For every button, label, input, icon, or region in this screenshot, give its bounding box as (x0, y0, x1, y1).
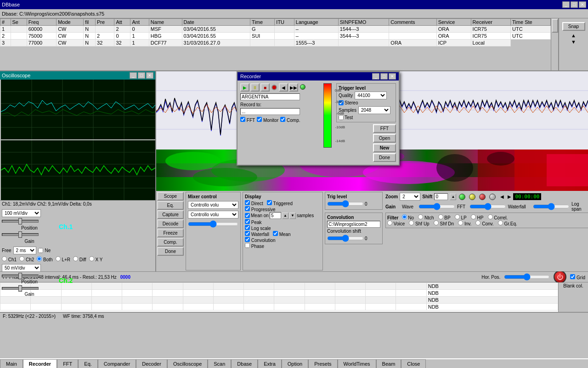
tab-extra[interactable]: Extra (258, 359, 282, 368)
filter-greq-radio[interactable] (498, 220, 503, 225)
phase-label[interactable]: Phase (245, 243, 321, 249)
fft-button[interactable]: FFT (373, 124, 396, 133)
shift-input[interactable] (434, 193, 448, 200)
fft-gain-slider[interactable] (469, 203, 506, 210)
filter-inv-radio[interactable] (458, 220, 463, 225)
decode-btn[interactable]: Decode (157, 219, 184, 228)
conv-path-input[interactable] (327, 221, 380, 228)
comp-checkbox[interactable] (280, 117, 285, 122)
wave-gain-slider[interactable] (418, 203, 455, 210)
mean-down-btn[interactable]: ▼ (289, 213, 296, 219)
waterfall-label[interactable]: Waterfall (245, 231, 269, 237)
filter-shfdn-radio[interactable] (434, 220, 439, 225)
progressive-label[interactable]: Progressive (245, 206, 321, 212)
ch1-gain-slider[interactable] (2, 233, 39, 236)
tab-beam[interactable]: Beam (376, 359, 401, 368)
mean-up-btn[interactable]: ▲ (282, 213, 288, 219)
done-button[interactable]: Done (373, 153, 396, 162)
tab-worldtimes[interactable]: WorldTimes (338, 359, 376, 368)
open-button[interactable]: Open (373, 134, 396, 143)
ch2-volt-select[interactable]: 50 mV/div (2, 264, 41, 272)
mean-label[interactable]: Mean (273, 231, 291, 237)
peak-label[interactable]: Peak (245, 219, 321, 225)
mixer-slider[interactable] (188, 220, 238, 228)
conv-shift-slider[interactable] (327, 235, 364, 242)
table-row[interactable]: 160000CWN20MSF03/04/2016.55G–1544---3ORA… (0, 26, 551, 33)
direct-label[interactable]: Direct (245, 200, 263, 206)
grid-checkbox[interactable] (570, 274, 575, 279)
table-row[interactable]: 275000CWN201HBG03/04/2016.55SUI–3544---3… (0, 33, 551, 40)
next-btn[interactable]: ▶▶ (289, 83, 298, 92)
shift-up-btn[interactable]: ▲ (450, 194, 456, 200)
tab-decoder[interactable]: Decoder (136, 359, 167, 368)
zoom-select[interactable]: 2 1 4 (400, 193, 420, 201)
rec-maximize[interactable]: □ (380, 73, 388, 80)
table-row[interactable]: NDB (0, 304, 558, 310)
direct-check[interactable] (245, 200, 250, 205)
play-btn[interactable]: ▶ (240, 83, 249, 92)
lr-radio[interactable] (56, 256, 61, 261)
grid-label[interactable]: Grid (570, 274, 585, 280)
pause-btn[interactable]: ⏸ (250, 83, 260, 92)
filter-shfup-label[interactable]: Shf Up (409, 221, 429, 226)
mixer-ch2-select[interactable]: Controllo volu (188, 211, 238, 218)
tab-dbase[interactable]: Dbase (231, 359, 258, 368)
record-path-input[interactable] (240, 108, 300, 115)
trig-slider[interactable] (327, 200, 364, 207)
osc-minimize[interactable]: _ (130, 72, 137, 79)
filter-greq-label[interactable]: Gr.Eq. (498, 221, 517, 226)
ch2-radio[interactable] (19, 256, 24, 261)
rec-minimize[interactable]: _ (372, 73, 379, 80)
filter-no-radio[interactable] (402, 214, 407, 219)
filter-correl-radio[interactable] (488, 214, 493, 219)
done-btn[interactable]: Done (157, 247, 184, 256)
log-scale-label[interactable]: Log scale (245, 225, 321, 231)
mean-check[interactable] (245, 213, 250, 218)
filter-no-label[interactable]: No (402, 215, 414, 220)
lr-radio-label[interactable]: L+R (56, 256, 70, 262)
table-row[interactable]: 377000CWN32321DCF7731/03/2016.27.01555--… (0, 40, 551, 46)
ch1-position-slider[interactable] (2, 220, 39, 223)
both-radio-label[interactable]: Both (37, 256, 52, 262)
mean2-check[interactable] (273, 231, 278, 236)
phase-check[interactable] (245, 243, 250, 248)
convolution-label[interactable]: Convolution (245, 237, 321, 243)
ch2-gain-slider[interactable] (2, 287, 39, 290)
filter-shfdn-label[interactable]: Shf Dn (434, 221, 454, 226)
ch2-radio-label[interactable]: Ch2 (19, 256, 34, 262)
filter-ntch-radio[interactable] (418, 214, 423, 219)
hor-pos-slider[interactable] (504, 273, 550, 281)
filter-bp-radio[interactable] (438, 214, 443, 219)
diff-radio[interactable] (73, 256, 78, 261)
samples-select[interactable]: 2048 1024 4096 (358, 106, 390, 114)
filter-inv-label[interactable]: Inv. (458, 221, 471, 226)
ne-checkbox[interactable] (38, 248, 43, 253)
maximize-btn[interactable]: □ (571, 1, 578, 8)
filter-lp-radio[interactable] (455, 214, 460, 219)
scrollbar-thumb[interactable] (552, 19, 558, 33)
tab-scan[interactable]: Scan (208, 359, 231, 368)
peak-check[interactable] (245, 219, 250, 224)
filter-voice-label[interactable]: Voice (387, 221, 405, 226)
comp-btn[interactable]: Comp. (157, 238, 184, 247)
quality-select[interactable]: 44100 22050 11025 (355, 92, 387, 99)
convolution-check[interactable] (245, 237, 250, 242)
ch1-radio-label[interactable]: Ch1 (2, 256, 17, 262)
ch1-radio[interactable] (2, 256, 7, 261)
mean-samples-input[interactable] (270, 212, 281, 219)
tab-option[interactable]: Option (282, 359, 308, 368)
fft-check-label[interactable]: FFT (240, 117, 255, 123)
filter-voice-radio[interactable] (387, 220, 392, 225)
tab-oscilloscope[interactable]: Oscilloscope (167, 359, 208, 368)
filter-hp-label[interactable]: HP (471, 215, 484, 220)
table-scrollbar[interactable] (551, 18, 558, 70)
tab-main[interactable]: Main (0, 359, 23, 368)
tab-presets[interactable]: Presets (308, 359, 337, 368)
both-radio[interactable] (37, 256, 42, 261)
wf-gain-slider[interactable] (533, 203, 570, 210)
location-input[interactable] (240, 93, 300, 100)
comp-check-label[interactable]: Comp. (280, 117, 300, 123)
test-checkbox[interactable] (339, 115, 344, 120)
monitor-checkbox[interactable] (257, 117, 262, 122)
filter-hp-radio[interactable] (471, 214, 476, 219)
